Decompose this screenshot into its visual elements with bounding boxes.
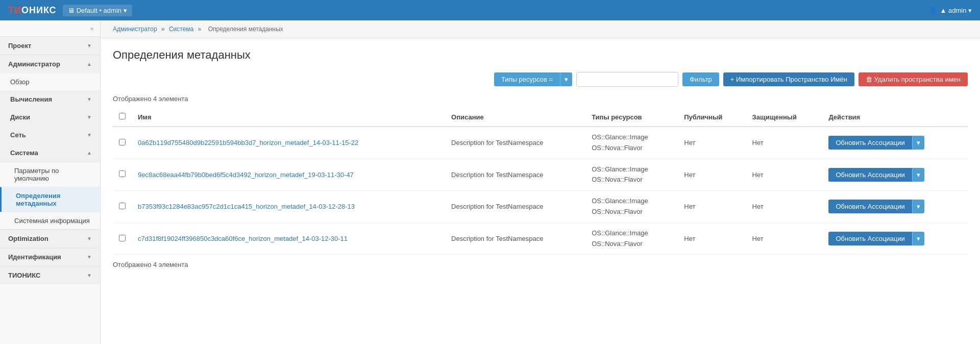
row-name: 9ec8ac68eaa44fb79b0bed6f5c4d3492_horizon… <box>132 159 445 191</box>
row-resource-types: OS::Glance::ImageOS::Nova::Flavor <box>585 223 678 255</box>
row-actions: Обновить Ассоциации▾ <box>822 191 968 223</box>
col-resource-types: Типы ресурсов <box>585 108 678 127</box>
row-description: Description for TestNamespace <box>445 223 585 255</box>
row-name: 0a62b119d755480d9b22591b594bb3d7_horizon… <box>132 127 445 159</box>
chevron-down-icon: ▼ <box>87 114 92 120</box>
toolbar: Типы ресурсов = ▾ Фильтр + Импортировать… <box>113 72 968 87</box>
row-public: Нет <box>678 159 746 191</box>
select-all-header <box>113 108 132 127</box>
sidebar-item-compute[interactable]: Вычисления ▼ <box>0 90 100 108</box>
col-actions: Действия <box>822 108 968 127</box>
breadcrumb: Администратор » Система » Определения ме… <box>101 20 980 38</box>
sidebar-item-optimization-label: Optimization <box>8 235 48 242</box>
project-dropdown[interactable]: 🖥 Default • admin ▾ <box>63 5 132 16</box>
sidebar-item-tioniks[interactable]: ТИОНИКС ▼ <box>0 266 100 284</box>
screen-icon: 🖥 <box>68 7 75 14</box>
filter-input[interactable] <box>576 72 678 87</box>
sidebar-item-system-label: Система <box>10 149 38 157</box>
row-name-link[interactable]: 0a62b119d755480d9b22591b594bb3d7_horizon… <box>138 139 358 146</box>
update-associations-button[interactable]: Обновить Ассоциации <box>828 232 912 245</box>
select-all-checkbox[interactable] <box>119 113 126 119</box>
sidebar-item-overview[interactable]: Обзор <box>0 73 100 90</box>
delete-button[interactable]: 🗑 Удалить пространства имен <box>859 72 968 86</box>
row-name-link[interactable]: b7353f93c1284e83ac957c2d1c1ca415_horizon… <box>138 203 355 210</box>
table-row: 9ec8ac68eaa44fb79b0bed6f5c4d3492_horizon… <box>113 159 968 191</box>
sidebar-item-defaults[interactable]: Параметры по умолчанию <box>0 162 100 187</box>
sidebar-item-disks[interactable]: Диски ▼ <box>0 108 100 126</box>
row-name-link[interactable]: c7d31f8f19024ff396850c3dca60f6ce_horizon… <box>138 235 348 242</box>
metadata-table: Имя Описание Типы ресурсов Публичный Защ… <box>113 108 968 255</box>
filter-button[interactable]: Фильтр <box>682 72 719 86</box>
table-row: b7353f93c1284e83ac957c2d1c1ca415_horizon… <box>113 191 968 223</box>
logo: ТИОНИКС <box>8 5 57 16</box>
sidebar-item-optimization[interactable]: Optimization ▼ <box>0 230 100 248</box>
col-description: Описание <box>445 108 585 127</box>
sidebar-item-project[interactable]: Проект ▼ <box>0 37 100 55</box>
action-dropdown-button[interactable]: ▾ <box>912 136 924 150</box>
resource-types-label: Типы ресурсов = <box>501 76 553 83</box>
row-description: Description for TestNamespace <box>445 191 585 223</box>
sidebar-item-defaults-label: Параметры по умолчанию <box>14 167 59 182</box>
user-menu[interactable]: 👤 ▲ admin ▾ <box>929 7 972 14</box>
row-resource-types: OS::Glance::ImageOS::Nova::Flavor <box>585 127 678 159</box>
sidebar-item-disks-label: Диски <box>10 113 30 121</box>
sidebar-collapse-button[interactable]: « <box>0 20 100 36</box>
col-name: Имя <box>132 108 445 127</box>
row-public: Нет <box>678 191 746 223</box>
project-dropdown-label: Default • admin ▾ <box>77 7 127 14</box>
update-associations-button[interactable]: Обновить Ассоциации <box>828 200 912 213</box>
table-row: 0a62b119d755480d9b22591b594bb3d7_horizon… <box>113 127 968 159</box>
row-description: Description for TestNamespace <box>445 127 585 159</box>
sidebar-item-project-label: Проект <box>8 42 31 50</box>
row-protected: Нет <box>746 159 823 191</box>
chevron-down-icon: ▼ <box>87 96 92 102</box>
chevron-down-icon: ▼ <box>87 132 92 138</box>
action-dropdown-button[interactable]: ▾ <box>912 200 924 213</box>
update-associations-button[interactable]: Обновить Ассоциации <box>828 168 912 182</box>
breadcrumb-separator1: » <box>161 26 166 33</box>
sidebar-item-sysinfo-label: Системная информация <box>14 217 90 225</box>
row-resource-types: OS::Glance::ImageOS::Nova::Flavor <box>585 159 678 191</box>
action-dropdown-button[interactable]: ▾ <box>912 168 924 182</box>
chevron-down-icon: ▼ <box>87 43 92 48</box>
resource-types-dropdown-button[interactable]: ▾ <box>560 72 572 86</box>
row-checkbox[interactable] <box>119 170 126 177</box>
user-label: ▲ admin ▾ <box>940 7 972 14</box>
delete-label: 🗑 Удалить пространства имен <box>866 76 961 83</box>
row-actions: Обновить Ассоциации▾ <box>822 159 968 191</box>
sidebar-item-metadefs[interactable]: Определения метаданных <box>0 187 100 212</box>
row-name: b7353f93c1284e83ac957c2d1c1ca415_horizon… <box>132 191 445 223</box>
row-protected: Нет <box>746 223 823 255</box>
sidebar-item-system[interactable]: Система ▲ <box>0 144 100 162</box>
row-actions: Обновить Ассоциации▾ <box>822 223 968 255</box>
row-checkbox[interactable] <box>119 235 126 241</box>
action-dropdown-button[interactable]: ▾ <box>912 232 924 245</box>
breadcrumb-system[interactable]: Система <box>169 26 193 33</box>
chevron-down-icon: ▼ <box>87 254 92 260</box>
row-name-link[interactable]: 9ec8ac68eaa44fb79b0bed6f5c4d3492_horizon… <box>138 171 354 179</box>
sidebar-item-metadefs-label: Определения метаданных <box>16 192 60 207</box>
resource-types-button[interactable]: Типы ресурсов = <box>494 72 560 86</box>
sidebar-item-network[interactable]: Сеть ▼ <box>0 126 100 144</box>
user-icon: 👤 <box>929 7 937 14</box>
sidebar-item-admin[interactable]: Администратор ▲ <box>0 55 100 73</box>
sidebar-item-admin-label: Администратор <box>8 60 60 68</box>
sidebar-item-network-label: Сеть <box>10 131 26 139</box>
col-protected: Защищенный <box>746 108 823 127</box>
resource-types-group: Типы ресурсов = ▾ <box>494 72 572 86</box>
row-checkbox[interactable] <box>119 203 126 209</box>
page-title: Определения метаданных <box>113 48 968 62</box>
top-navigation: ТИОНИКС 🖥 Default • admin ▾ 👤 ▲ admin ▾ <box>0 0 980 20</box>
main-content: Администратор » Система » Определения ме… <box>101 20 980 344</box>
row-actions: Обновить Ассоциации▾ <box>822 127 968 159</box>
row-description: Description for TestNamespace <box>445 159 585 191</box>
chevron-down-icon: ▼ <box>87 236 92 241</box>
import-label: + Импортировать Пространство Имён <box>730 76 847 83</box>
sidebar-item-sysinfo[interactable]: Системная информация <box>0 212 100 229</box>
breadcrumb-admin[interactable]: Администратор <box>113 26 157 33</box>
sidebar-item-identity[interactable]: Идентификация ▼ <box>0 248 100 266</box>
import-button[interactable]: + Импортировать Пространство Имён <box>723 72 854 86</box>
row-public: Нет <box>678 223 746 255</box>
row-checkbox[interactable] <box>119 139 126 145</box>
update-associations-button[interactable]: Обновить Ассоциации <box>828 136 912 150</box>
